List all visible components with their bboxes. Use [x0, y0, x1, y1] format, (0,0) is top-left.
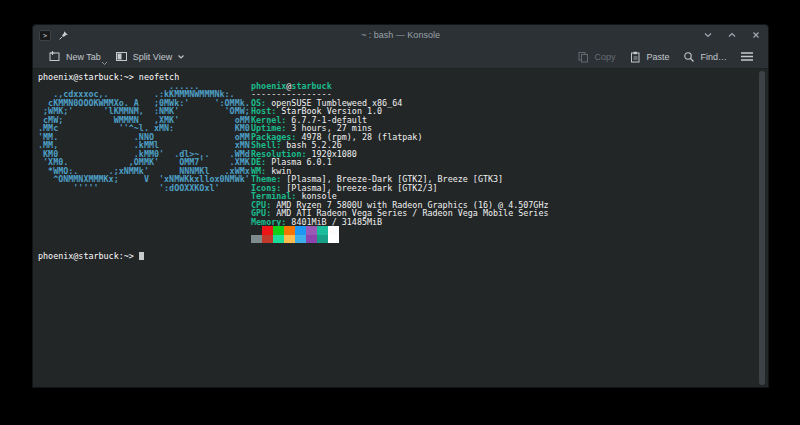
palette-block	[284, 226, 295, 235]
new-tab-dropdown-icon[interactable]	[101, 61, 108, 66]
scrollbar-handle[interactable]	[759, 71, 765, 385]
konsole-window: ~ : bash — Konsole >	[32, 24, 769, 388]
hamburger-icon	[740, 51, 754, 62]
find-label: Find…	[700, 52, 727, 62]
desktop: { "window": { "title": "~ : bash — Konso…	[0, 0, 800, 425]
terminal-palette-row-normal	[251, 226, 754, 235]
palette-block	[262, 235, 273, 244]
close-button[interactable]	[750, 29, 762, 41]
neofetch-info: phoenix@starbuck ---------------- OS: op…	[251, 82, 754, 244]
palette-block	[306, 226, 317, 235]
palette-block	[317, 226, 328, 235]
maximize-button[interactable]	[726, 29, 738, 41]
palette-block	[306, 235, 317, 244]
palette-block	[273, 226, 284, 235]
prompt-line-2: phoenix@starbuck:~>	[38, 252, 754, 261]
copy-label: Copy	[594, 52, 615, 62]
find-button[interactable]: Find…	[678, 48, 732, 66]
terminal-viewport[interactable]: phoenix@starbuck:~> neofetch ...... .,cd…	[33, 69, 768, 387]
copy-button: Copy	[572, 48, 620, 66]
split-view-chevron-icon	[177, 54, 185, 60]
new-tab-label: New Tab	[66, 52, 101, 62]
minimize-button[interactable]	[702, 29, 714, 41]
window-title: ~ : bash — Konsole	[33, 30, 768, 40]
neofetch-entry: Memory: 8401MiB / 31485MiB	[251, 218, 754, 227]
split-view-label: Split View	[133, 52, 172, 62]
neofetch-entry: DE: Plasma 6.0.1	[251, 158, 754, 167]
palette-block	[251, 235, 262, 244]
split-view-button[interactable]: Split View	[110, 47, 190, 66]
titlebar[interactable]: ~ : bash — Konsole >	[33, 25, 768, 45]
new-tab-icon	[48, 50, 61, 63]
palette-block	[251, 226, 262, 235]
split-view-icon	[115, 50, 128, 63]
palette-block	[328, 226, 339, 235]
palette-block	[328, 235, 339, 244]
copy-icon	[577, 51, 589, 63]
palette-block	[273, 235, 284, 244]
terminal-palette-row-bright	[251, 235, 754, 244]
search-icon	[683, 51, 695, 63]
paste-button[interactable]: Paste	[624, 48, 674, 66]
toolbar: New Tab Split View	[33, 45, 768, 69]
opensuse-ascii-logo: ...... .,cdxxxoc,. .:kKMMMNWMMMNk:. cKMM…	[38, 82, 250, 193]
scrollbar[interactable]	[758, 71, 766, 385]
new-tab-button[interactable]: New Tab	[43, 47, 106, 66]
neofetch-output: ...... .,cdxxxoc,. .:kKMMMNWMMMNk:. cKMM…	[38, 82, 754, 244]
palette-block	[295, 226, 306, 235]
palette-block	[284, 235, 295, 244]
palette-block	[295, 235, 306, 244]
terminal-cursor	[139, 252, 144, 260]
paste-icon	[629, 51, 641, 63]
palette-block	[262, 226, 273, 235]
paste-label: Paste	[646, 52, 669, 62]
menu-button[interactable]	[736, 48, 758, 65]
palette-block	[317, 235, 328, 244]
